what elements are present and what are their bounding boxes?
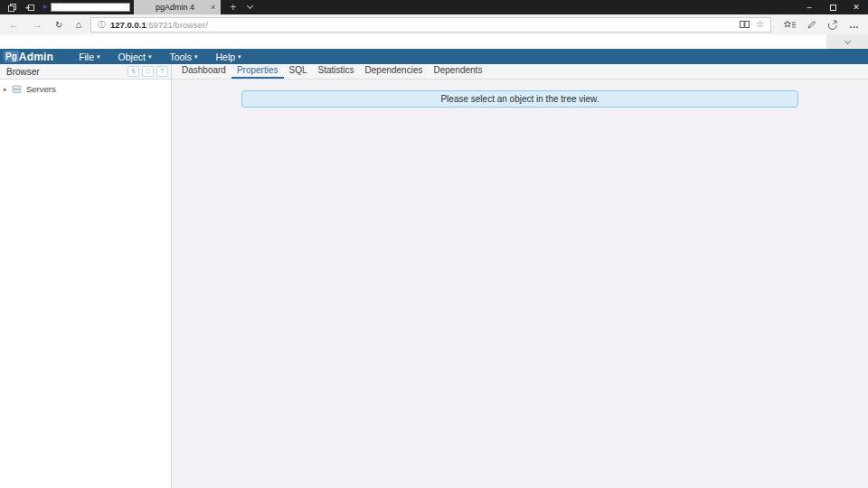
tab-search-input[interactable] [51,3,130,12]
object-tree: ▸ Servers [0,80,171,95]
menu-file[interactable]: File ▾ [79,52,99,62]
caret-down-icon: ▾ [97,53,100,60]
reading-view-icon[interactable] [740,20,750,29]
tab-menu-chevron-icon[interactable] [247,3,253,9]
chevron-down-icon [844,37,850,43]
server-group-icon [12,85,23,94]
favorites-hub-icon[interactable] [784,20,796,30]
web-note-pen-icon[interactable] [807,20,816,30]
menu-tools[interactable]: Tools ▾ [169,52,197,62]
tree-collapse-button[interactable]: □ [142,66,154,77]
pgadmin-logo-badge: Pg [4,51,19,62]
tab-dependents[interactable]: Dependents [428,65,487,79]
close-window-button[interactable]: ✕ [844,0,868,14]
properties-content: Please select an object in the tree view… [172,80,868,488]
main-panel: Dashboard Properties SQL Statistics Depe… [172,64,868,488]
toolbar-right-icons: … [784,20,859,30]
back-button[interactable]: ← [9,20,19,30]
share-icon[interactable] [827,20,838,30]
pgadmin-app: Pg Admin File ▾ Object ▾ Tools ▾ Help ▾ [0,49,868,488]
caret-down-icon: ▾ [238,53,241,60]
chevron-right-icon[interactable]: ▸ [4,85,12,93]
tree-item-label: Servers [26,84,56,94]
url-host: 127.0.0.1 [110,20,146,30]
browser-toolbar: ← → ↻ ⌂ ⓘ 127.0.0.1:59721/browser/ ☆ [0,14,868,34]
browser-tab-title: pgAdmin 4 [139,3,211,12]
collapse-bar-button[interactable] [826,34,868,49]
tab-statistics[interactable]: Statistics [313,65,360,79]
settings-more-icon[interactable]: … [849,22,859,27]
menu-object-label: Object [118,52,146,62]
menu-help-label: Help [215,52,235,62]
caret-down-icon: ▾ [148,53,152,60]
page-top-strip [0,34,868,49]
tabs-preview-icon[interactable] [5,2,18,13]
menu-file-label: File [79,52,94,62]
menu-object[interactable]: Object ▾ [118,52,152,62]
url-path: :59721/browser/ [146,20,208,30]
caret-down-icon: ▾ [194,53,198,60]
tree-refresh-button[interactable]: ↯ [127,66,139,77]
minimize-button[interactable]: – [797,0,821,14]
tab-properties[interactable]: Properties [231,65,284,79]
site-info-icon[interactable]: ⓘ [98,19,106,31]
maximize-icon [830,5,836,11]
new-tab-button[interactable]: + [230,2,236,13]
main-tabbar: Dashboard Properties SQL Statistics Depe… [172,64,868,80]
address-bar[interactable]: ⓘ 127.0.0.1:59721/browser/ ☆ [90,17,771,33]
menu-help[interactable]: Help ▾ [215,52,241,62]
browser-titlebar: ★ pgAdmin 4 × + – ✕ [0,0,868,14]
add-favorite-star-icon[interactable]: ☆ [756,20,764,29]
tab-dependencies[interactable]: Dependencies [360,65,429,79]
tab-search: ★ [42,3,130,12]
browser-panel-header: Browser ↯ □ ⊤ [0,64,171,80]
pgadmin-navbar: Pg Admin File ▾ Object ▾ Tools ▾ Help ▾ [0,49,868,64]
workspace: Browser ↯ □ ⊤ ▸ Servers [0,64,868,488]
select-object-message: Please select an object in the tree view… [241,90,798,108]
browser-panel-title: Browser [6,67,125,77]
tab-favicon-icon: ★ [42,4,48,11]
menu-tools-label: Tools [169,52,192,62]
tree-item-servers[interactable]: ▸ Servers [0,83,171,95]
set-tabs-aside-icon[interactable] [24,2,36,13]
forward-button[interactable]: → [33,20,42,30]
url-text: 127.0.0.1:59721/browser/ [110,20,208,30]
menubar: File ▾ Object ▾ Tools ▾ Help ▾ [79,52,241,62]
browser-panel: Browser ↯ □ ⊤ ▸ Servers [0,64,172,488]
home-button[interactable]: ⌂ [75,20,81,30]
tree-filter-button[interactable]: ⊤ [156,66,168,77]
close-tab-icon[interactable]: × [211,3,215,12]
maximize-button[interactable] [821,0,844,14]
tab-sql[interactable]: SQL [284,65,313,79]
browser-tab-pgadmin[interactable]: pgAdmin 4 × [134,0,221,14]
pgadmin-logo[interactable]: Pg Admin [4,51,53,63]
pgadmin-logo-text: Admin [19,51,53,63]
tab-dashboard[interactable]: Dashboard [176,65,231,79]
refresh-button[interactable]: ↻ [55,20,62,30]
